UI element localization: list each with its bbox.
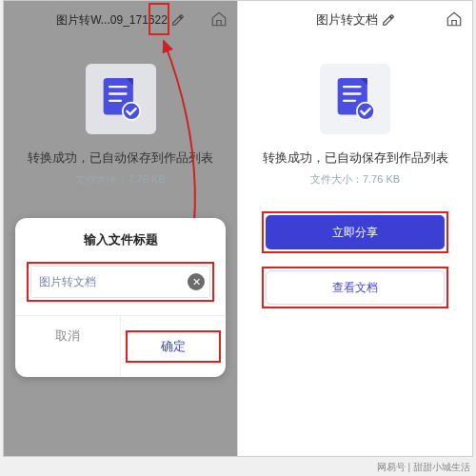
doc-icon-wrap xyxy=(320,64,390,134)
filename-input[interactable] xyxy=(30,266,210,298)
share-button[interactable]: 立即分享 xyxy=(266,215,446,249)
home-icon[interactable] xyxy=(210,10,228,28)
cancel-button[interactable]: 取消 xyxy=(15,316,121,377)
svg-point-9 xyxy=(357,103,374,120)
edit-icon[interactable] xyxy=(382,13,395,27)
screen-right: 图片转文档 转换成功，已自动保存到作品列表 xyxy=(238,1,472,456)
svg-point-4 xyxy=(122,103,139,120)
view-doc-button[interactable]: 查看文档 xyxy=(266,270,446,305)
rename-dialog: 输入文件标题 ✕ 取消 确定 xyxy=(15,218,226,377)
document-check-icon xyxy=(100,76,142,122)
doc-icon-wrap xyxy=(86,64,156,134)
success-text: 转换成功，已自动保存到作品列表 xyxy=(28,149,213,167)
size-text: 文件大小：7.76 KB xyxy=(75,172,165,187)
screen-left: 图片转W...09_171622 转换成功，已 xyxy=(4,1,238,456)
success-text: 转换成功，已自动保存到作品列表 xyxy=(263,149,448,167)
edit-icon[interactable] xyxy=(171,13,185,27)
home-icon[interactable] xyxy=(446,10,463,28)
topbar-left: 图片转W...09_171622 xyxy=(4,1,237,39)
watermark: 网易号 | 甜甜小城生活 xyxy=(377,461,470,474)
view-highlight: 查看文档 xyxy=(262,267,449,308)
title-right: 图片转文档 xyxy=(316,11,378,29)
share-highlight: 立即分享 xyxy=(262,211,449,253)
confirm-button[interactable]: 确定 xyxy=(126,330,221,363)
topbar-right: 图片转文档 xyxy=(238,1,472,39)
dialog-input-highlight: ✕ xyxy=(27,262,214,302)
content-left: 转换成功，已自动保存到作品列表 文件大小：7.76 KB xyxy=(4,39,237,187)
clear-icon[interactable]: ✕ xyxy=(188,273,205,290)
content-right: 转换成功，已自动保存到作品列表 文件大小：7.76 KB 立即分享 查看文档 xyxy=(238,39,472,308)
action-buttons: 立即分享 查看文档 xyxy=(262,211,449,308)
edit-icon-highlight xyxy=(149,3,169,35)
dialog-actions: 取消 确定 xyxy=(15,315,226,377)
size-text: 文件大小：7.76 KB xyxy=(310,172,400,187)
document-check-icon xyxy=(334,76,376,122)
dialog-title: 输入文件标题 xyxy=(15,218,226,258)
tutorial-two-screens: 图片转W...09_171622 转换成功，已 xyxy=(3,0,473,457)
